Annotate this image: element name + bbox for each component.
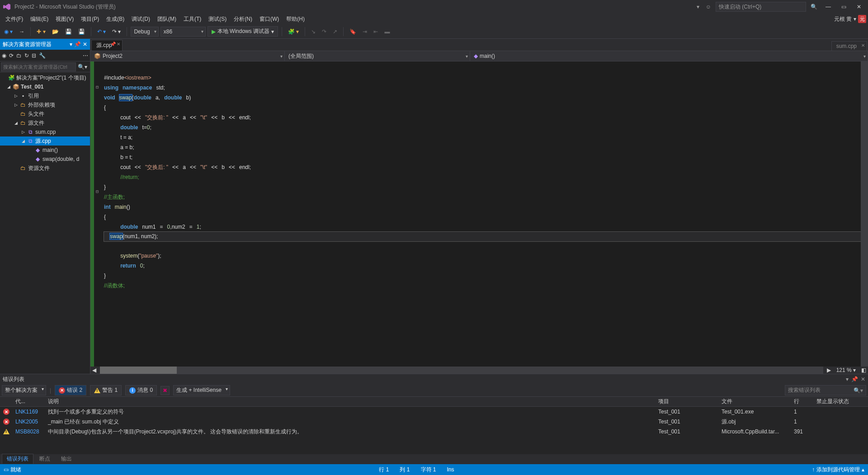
minimize-button[interactable]: — xyxy=(822,2,835,11)
panel-pin-icon[interactable]: 📌 xyxy=(74,41,81,47)
error-icon: ✕ xyxy=(59,387,65,394)
solution-node[interactable]: 🧩解决方案"Project2"(1 个项目) xyxy=(0,73,90,82)
menu-team[interactable]: 团队(M) xyxy=(154,14,180,24)
warning-icon xyxy=(94,388,100,393)
resource-files-node[interactable]: 🗀资源文件 xyxy=(0,164,90,173)
solution-explorer-search-input[interactable] xyxy=(1,62,76,71)
hdr-proj[interactable]: 项目 xyxy=(656,398,719,405)
sp-more-icon[interactable]: ⋯ xyxy=(83,52,88,59)
zoom-dropdown[interactable]: 121 % ▾ xyxy=(833,367,859,373)
user-account[interactable]: 元根 黄 ▾ 元 xyxy=(834,15,866,23)
open-button[interactable]: 📂 xyxy=(50,27,61,36)
quick-launch-input[interactable]: 快速启动 (Ctrl+Q) xyxy=(716,2,806,12)
undo-button[interactable]: ↶ ▾ xyxy=(95,27,108,36)
clear-filter-button[interactable]: ✖ xyxy=(160,386,170,395)
redo-button[interactable]: ↷ ▾ xyxy=(110,27,123,36)
hscroll-right-icon[interactable]: ▶ xyxy=(825,367,833,373)
messages-filter-button[interactable]: i消息 0 xyxy=(125,385,157,395)
search-icon[interactable]: 🔍▾ xyxy=(76,64,89,70)
scope-member-dropdown[interactable]: ◆main() xyxy=(470,51,868,61)
nav-back-button[interactable]: ◉ ▾ xyxy=(2,27,15,36)
hscroll-left-icon[interactable]: ◀ xyxy=(90,367,98,373)
start-debug-button[interactable]: ▶ 本地 Windows 调试器 ▾ xyxy=(208,26,278,37)
sp-home-icon[interactable]: ◉ xyxy=(2,52,6,59)
extensions-button[interactable]: 🧩 ▾ xyxy=(286,27,301,36)
file-sum-cpp[interactable]: ▷⧉sum.cpp xyxy=(0,127,90,136)
sp-collapse-icon[interactable]: ⊟ xyxy=(32,52,36,59)
hdr-sup[interactable]: 禁止显示状态 xyxy=(814,398,868,405)
close-button[interactable]: ✕ xyxy=(853,2,865,11)
error-row[interactable]: MSB8028 中间目录(Debug\)包含从另一个项目(Project2.vc… xyxy=(0,427,868,437)
hdr-desc[interactable]: 说明 xyxy=(45,398,656,405)
menu-edit[interactable]: 编辑(E) xyxy=(27,14,52,24)
menu-test[interactable]: 测试(S) xyxy=(205,14,230,24)
warnings-filter-button[interactable]: 警告 1 xyxy=(90,385,122,395)
feedback-icon[interactable]: ☺ xyxy=(704,4,713,10)
file-yuan-cpp[interactable]: ◢⧉源.cpp xyxy=(0,136,90,146)
error-row[interactable]: ✕ LNK1169 找到一个或多个多重定义的符号 Test_001 Test_0… xyxy=(0,407,868,417)
project-node[interactable]: ◢📦Test_001 xyxy=(0,82,90,91)
notifications-icon[interactable]: ▾ xyxy=(695,4,701,10)
sp-showall-icon[interactable]: 🗀 xyxy=(16,52,22,59)
solution-platform-dropdown[interactable]: x86 xyxy=(160,27,206,37)
menu-project[interactable]: 项目(P) xyxy=(77,14,103,24)
panel-dropdown-icon[interactable]: ▾ xyxy=(70,41,72,47)
source-files-node[interactable]: ◢🗀源文件 xyxy=(0,118,90,127)
hdr-file[interactable]: 文件 xyxy=(719,398,791,405)
new-project-button[interactable]: ✚ ▾ xyxy=(34,27,47,36)
hscroll-thumb[interactable] xyxy=(100,367,177,374)
panel-close-icon[interactable]: ✕ xyxy=(861,376,865,382)
build-filter-dropdown[interactable]: 生成 + IntelliSense xyxy=(173,385,230,395)
error-search-input[interactable]: 搜索错误列表🔍▾ xyxy=(785,385,866,395)
scope-type-dropdown[interactable]: (全局范围) xyxy=(285,51,470,61)
hdr-line[interactable]: 行 xyxy=(791,398,814,405)
tab-pin-icon[interactable]: 📌 xyxy=(110,42,116,47)
source-control-button[interactable]: ↑ 添加到源代码管理 ▴ xyxy=(812,466,864,474)
references-node[interactable]: ▷▪引用 xyxy=(0,91,90,100)
error-scope-dropdown[interactable]: 整个解决方案 xyxy=(2,385,46,395)
sp-sync-icon[interactable]: ⟳ xyxy=(9,52,14,59)
sp-refresh-icon[interactable]: ↻ xyxy=(24,52,29,59)
error-grid-header[interactable]: 代... 说明 项目 文件 行 禁止显示状态 xyxy=(0,397,868,407)
nav-fwd-button[interactable]: → xyxy=(17,27,27,36)
menu-help[interactable]: 帮助(H) xyxy=(283,14,308,24)
menu-debug[interactable]: 调试(D) xyxy=(128,14,154,24)
search-icon[interactable]: 🔍 xyxy=(809,4,819,10)
solution-config-dropdown[interactable]: Debug xyxy=(131,27,158,37)
symbol-swap[interactable]: ◆swap(double, d xyxy=(0,155,90,164)
split-icon[interactable]: ◧ xyxy=(859,367,868,373)
bookmark-button[interactable]: 🔖 xyxy=(347,27,359,36)
error-row[interactable]: ✕ LNK2005 _main 已经在 sum.obj 中定义 Test_001… xyxy=(0,417,868,427)
menu-file[interactable]: 文件(F) xyxy=(2,14,27,24)
tab-output[interactable]: 输出 xyxy=(56,454,77,464)
menu-tools[interactable]: 工具(T) xyxy=(180,14,205,24)
horizontal-scrollbar[interactable] xyxy=(100,367,823,374)
menu-analyze[interactable]: 分析(N) xyxy=(230,14,256,24)
sp-properties-icon[interactable]: 🔧 xyxy=(39,52,46,59)
tab-sum[interactable]: sum.cpp✕ xyxy=(831,41,867,51)
code-editor[interactable]: ⊟⊟ #include<iostream> using namespace st… xyxy=(90,61,868,367)
errors-filter-button[interactable]: ✕错误 2 xyxy=(55,385,86,395)
vertical-scrollbar[interactable] xyxy=(861,61,868,367)
panel-close-icon[interactable]: ✕ xyxy=(83,41,87,47)
tab-error-list[interactable]: 错误列表 xyxy=(2,454,33,464)
external-deps-node[interactable]: ▷🗀外部依赖项 xyxy=(0,100,90,109)
tab-close-icon[interactable]: ✕ xyxy=(117,42,120,47)
scope-project-dropdown[interactable]: 📦Project2 xyxy=(90,51,285,61)
tab-sum-close-icon[interactable]: ✕ xyxy=(861,43,865,48)
tab-active[interactable]: 源.cpp📌✕ xyxy=(91,40,123,51)
panel-pin-icon[interactable]: 📌 xyxy=(851,376,858,382)
save-all-button[interactable]: 💾 xyxy=(76,27,87,36)
menu-view[interactable]: 视图(V) xyxy=(52,14,77,24)
fold-column[interactable]: ⊟⊟ xyxy=(94,61,100,367)
code-content[interactable]: #include<iostream> using namespace std; … xyxy=(100,61,861,367)
save-button[interactable]: 💾 xyxy=(63,27,74,36)
headers-node[interactable]: 🗀头文件 xyxy=(0,109,90,118)
panel-dropdown-icon[interactable]: ▾ xyxy=(846,376,849,382)
hdr-code[interactable]: 代... xyxy=(13,398,45,405)
menu-build[interactable]: 生成(B) xyxy=(103,14,128,24)
symbol-main[interactable]: ◆main() xyxy=(0,146,90,155)
menu-window[interactable]: 窗口(W) xyxy=(256,14,283,24)
tab-breakpoints[interactable]: 断点 xyxy=(34,454,55,464)
maximize-button[interactable]: ▭ xyxy=(837,2,850,11)
